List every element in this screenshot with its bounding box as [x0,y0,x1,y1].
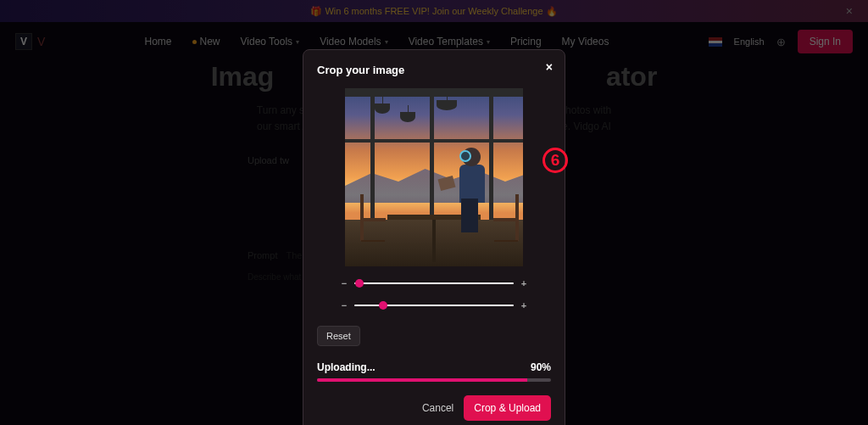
plus-icon[interactable]: + [520,300,527,310]
slider-track[interactable] [354,282,514,284]
annotation-marker-6: 6 [542,148,568,173]
slider-group: − + − + [317,278,551,310]
image-person [446,148,485,232]
cancel-button[interactable]: Cancel [422,402,453,414]
modal-overlay: Crop your image × − [0,0,868,425]
image-chair [493,194,519,241]
modal-actions: Cancel Crop & Upload [317,395,551,421]
rotate-slider[interactable]: − + [341,300,527,310]
upload-status-row: Uploading... 90% [317,361,551,373]
reset-button[interactable]: Reset [317,326,360,346]
progress-percent: 90% [531,361,551,373]
minus-icon[interactable]: − [341,300,348,310]
minus-icon[interactable]: − [341,278,348,288]
image-chair [360,194,386,241]
progress-fill [317,378,527,382]
zoom-slider[interactable]: − + [341,278,527,288]
image-lamps [345,95,523,129]
slider-thumb[interactable] [355,279,364,288]
progress-bar [317,378,551,382]
slider-track[interactable] [354,305,514,306]
slider-thumb[interactable] [379,301,387,310]
close-icon[interactable]: × [546,60,553,74]
plus-icon[interactable]: + [520,278,527,288]
crop-modal: Crop your image × − [303,49,565,425]
crop-image-preview[interactable] [345,88,523,266]
uploading-label: Uploading... [317,361,376,373]
modal-title: Crop your image [317,64,551,76]
crop-upload-button[interactable]: Crop & Upload [464,395,551,421]
